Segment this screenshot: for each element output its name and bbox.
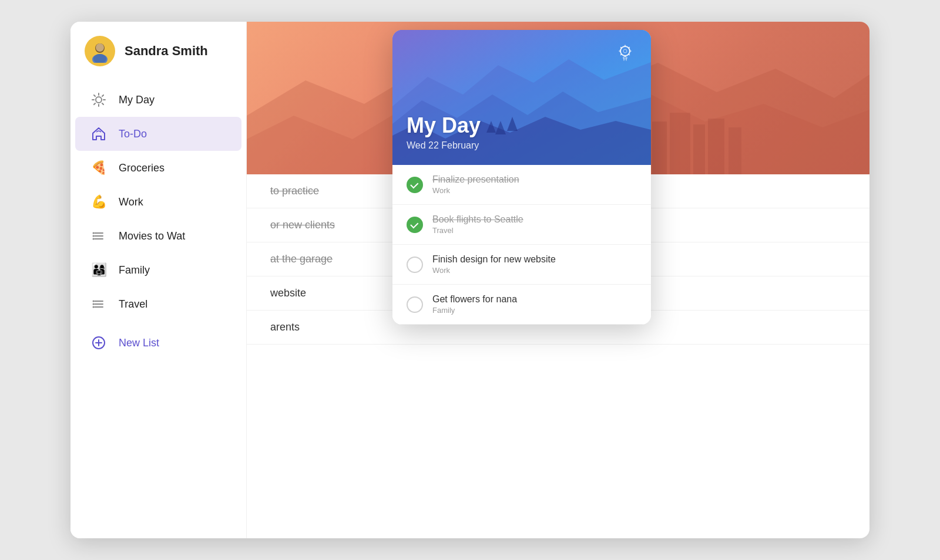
pizza-icon: 🍕 bbox=[89, 158, 108, 177]
task-text-2: or new clients bbox=[270, 219, 335, 231]
svg-point-48 bbox=[623, 49, 627, 53]
sidebar-item-new-list[interactable]: New List bbox=[75, 326, 241, 360]
popup-title-text: My Day bbox=[407, 113, 637, 138]
popup-task-item-2[interactable]: Book flights to Seattle Travel bbox=[392, 205, 651, 245]
popup-task-item-1[interactable]: Finalize presentation Work bbox=[392, 165, 651, 205]
svg-line-13 bbox=[94, 103, 95, 104]
main-content: to practice or new clients at the garage… bbox=[247, 22, 870, 538]
home-icon bbox=[89, 124, 108, 143]
sidebar-item-to-do[interactable]: To-Do bbox=[75, 117, 241, 151]
svg-rect-34 bbox=[670, 113, 690, 174]
task-text-1: to practice bbox=[270, 185, 319, 197]
svg-point-23 bbox=[93, 301, 95, 302]
lightbulb-icon[interactable] bbox=[613, 42, 637, 65]
task-text-3: at the garage bbox=[270, 253, 333, 265]
svg-point-25 bbox=[93, 306, 95, 308]
popup-task-text-3: Finish design for new website Work bbox=[432, 254, 556, 275]
task-text-4: website bbox=[270, 287, 306, 299]
popup-task-name-4: Get flowers for nana bbox=[432, 294, 517, 305]
popup-task-item-4[interactable]: Get flowers for nana Family bbox=[392, 285, 651, 325]
sidebar-label-my-day: My Day bbox=[119, 94, 155, 106]
svg-line-12 bbox=[102, 95, 103, 96]
svg-point-24 bbox=[93, 303, 95, 305]
task-text-5: arents bbox=[270, 321, 300, 333]
family-icon: 👨‍👩‍👧 bbox=[89, 261, 108, 279]
plus-icon bbox=[89, 333, 108, 352]
svg-point-3 bbox=[96, 43, 104, 52]
svg-point-18 bbox=[93, 235, 95, 237]
sidebar-label-family: Family bbox=[119, 264, 150, 276]
popup-task-item-3[interactable]: Finish design for new website Work bbox=[392, 245, 651, 285]
popup-task-list-3: Work bbox=[432, 266, 556, 275]
svg-point-17 bbox=[93, 232, 95, 234]
popup-task-name-2: Book flights to Seattle bbox=[432, 214, 523, 225]
avatar bbox=[85, 36, 115, 66]
svg-rect-35 bbox=[693, 124, 705, 174]
sidebar-item-groceries[interactable]: 🍕 Groceries bbox=[75, 151, 241, 185]
popup-task-name-1: Finalize presentation bbox=[432, 174, 519, 185]
sidebar-label-movies: Movies to Wat bbox=[119, 230, 185, 242]
sun-icon bbox=[89, 90, 108, 109]
user-name: Sandra Smith bbox=[125, 43, 208, 59]
popup-task-name-3: Finish design for new website bbox=[432, 254, 556, 265]
svg-rect-33 bbox=[652, 122, 667, 174]
app-container: Sandra Smith My Day bbox=[70, 22, 870, 538]
user-profile[interactable]: Sandra Smith bbox=[70, 36, 246, 83]
popup-task-list-4: Family bbox=[432, 306, 517, 315]
my-day-popup: My Day Wed 22 February Finalize presenta… bbox=[392, 30, 651, 325]
svg-rect-37 bbox=[728, 127, 741, 174]
popup-header: My Day Wed 22 February bbox=[392, 30, 651, 165]
sidebar-label-to-do: To-Do bbox=[119, 128, 147, 140]
svg-line-54 bbox=[629, 54, 629, 55]
list-icon-movies bbox=[89, 227, 108, 245]
sidebar-item-my-day[interactable]: My Day bbox=[75, 83, 241, 117]
svg-line-53 bbox=[621, 48, 622, 48]
popup-task-list: Finalize presentation Work Book flights … bbox=[392, 165, 651, 325]
sidebar-item-work[interactable]: 💪 Work bbox=[75, 185, 241, 219]
check-circle-2[interactable] bbox=[407, 217, 423, 233]
sidebar-label-travel: Travel bbox=[119, 298, 147, 311]
popup-task-list-1: Work bbox=[432, 186, 519, 195]
list-icon-travel bbox=[89, 295, 108, 313]
popup-task-text-4: Get flowers for nana Family bbox=[432, 294, 517, 315]
popup-task-text-1: Finalize presentation Work bbox=[432, 174, 519, 195]
sidebar-item-family[interactable]: 👨‍👩‍👧 Family bbox=[75, 253, 241, 287]
popup-task-list-2: Travel bbox=[432, 226, 523, 235]
sidebar-label-new-list: New List bbox=[119, 337, 159, 349]
svg-point-5 bbox=[96, 97, 102, 103]
sidebar-label-work: Work bbox=[119, 196, 143, 208]
svg-point-19 bbox=[93, 238, 95, 240]
sidebar-label-groceries: Groceries bbox=[119, 162, 164, 174]
svg-line-10 bbox=[94, 95, 95, 96]
svg-line-56 bbox=[621, 54, 622, 55]
sidebar-item-travel[interactable]: Travel bbox=[75, 287, 241, 321]
muscle-icon: 💪 bbox=[89, 193, 108, 211]
popup-task-text-2: Book flights to Seattle Travel bbox=[432, 214, 523, 235]
svg-line-11 bbox=[102, 103, 103, 104]
check-circle-3[interactable] bbox=[407, 257, 423, 273]
sidebar: Sandra Smith My Day bbox=[70, 22, 247, 538]
svg-rect-36 bbox=[708, 119, 724, 174]
popup-date-text: Wed 22 February bbox=[407, 140, 637, 151]
sidebar-item-movies[interactable]: Movies to Wat bbox=[75, 219, 241, 253]
check-circle-1[interactable] bbox=[407, 177, 423, 193]
svg-line-55 bbox=[629, 48, 629, 48]
check-circle-4[interactable] bbox=[407, 296, 423, 313]
